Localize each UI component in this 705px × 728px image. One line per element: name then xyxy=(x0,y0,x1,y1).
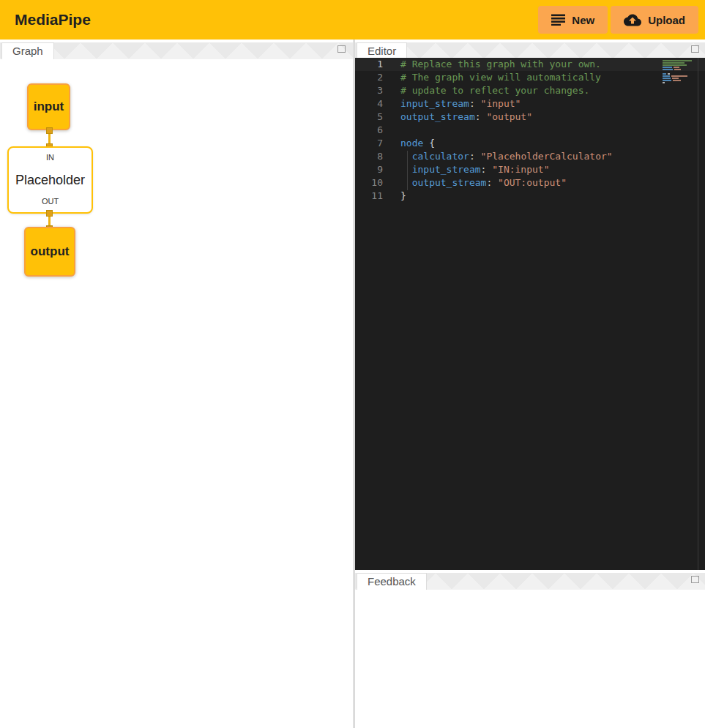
header-actions: New Upload xyxy=(538,6,698,34)
editor-line: 4input_stream: "input" xyxy=(355,97,705,110)
graph-node-input[interactable]: input xyxy=(27,83,70,130)
code-text: # update to reflect your changes. xyxy=(383,84,589,97)
graph-node-input-label: input xyxy=(34,100,64,114)
graph-node-placeholder[interactable]: IN Placeholder OUT xyxy=(7,146,93,214)
maximize-icon[interactable] xyxy=(337,45,346,53)
code-text: # The graph view will automatically xyxy=(383,71,601,84)
editor-line: 5output_stream: "output" xyxy=(355,110,705,124)
port-dot-placeholder-out xyxy=(46,210,53,217)
code-editor[interactable]: 1# Replace this graph with your own.2# T… xyxy=(355,58,705,570)
upload-button-label: Upload xyxy=(648,14,685,26)
code-text: # Replace this graph with your own. xyxy=(383,58,601,71)
placeholder-out-port-label: OUT xyxy=(9,197,92,206)
line-number: 7 xyxy=(355,137,383,150)
editor-line: 3# update to reflect your changes. xyxy=(355,84,705,97)
upload-button[interactable]: Upload xyxy=(611,6,698,34)
line-number: 3 xyxy=(355,84,383,97)
line-number: 6 xyxy=(355,124,383,137)
tab-editor[interactable]: Editor xyxy=(357,42,407,59)
right-column: Editor 1# Replace this graph with your o… xyxy=(354,40,705,728)
graph-canvas[interactable]: input IN Placeholder OUT output xyxy=(0,59,353,728)
feedback-content xyxy=(355,590,705,728)
line-number: 10 xyxy=(355,176,383,189)
editor-line: 2# The graph view will automatically xyxy=(355,71,705,84)
code-text xyxy=(383,124,400,137)
indent-guide xyxy=(407,151,408,190)
line-number: 4 xyxy=(355,97,383,110)
minimap[interactable] xyxy=(663,60,695,84)
line-number: 11 xyxy=(355,189,383,203)
app-title: MediaPipe xyxy=(15,11,91,29)
tab-feedback[interactable]: Feedback xyxy=(357,573,427,590)
code-text: input_stream: "input" xyxy=(383,97,521,110)
editor-line: 6 xyxy=(355,124,705,137)
line-number: 8 xyxy=(355,150,383,163)
app-header: MediaPipe New Upload xyxy=(0,0,705,40)
editor-line: 7node { xyxy=(355,137,705,150)
code-text: input_stream: "IN:input" xyxy=(383,163,550,176)
cloud-upload-icon xyxy=(624,13,641,26)
maximize-icon[interactable] xyxy=(691,576,699,583)
maximize-icon[interactable] xyxy=(691,45,699,53)
placeholder-in-port-label: IN xyxy=(9,153,92,162)
code-text: } xyxy=(383,189,406,203)
tab-graph[interactable]: Graph xyxy=(1,42,54,59)
code-text: output_stream: "output" xyxy=(383,110,532,124)
editor-tabbar: Editor xyxy=(355,42,705,59)
graph-node-output-label: output xyxy=(31,244,70,259)
line-number: 2 xyxy=(355,71,383,84)
line-number: 5 xyxy=(355,110,383,124)
line-number: 1 xyxy=(355,58,383,71)
new-button-label: New xyxy=(572,14,594,26)
scrollbar-ruler[interactable] xyxy=(698,58,698,570)
graph-panel: Graph input IN Placeholder OUT output xyxy=(0,40,354,728)
line-number: 9 xyxy=(355,163,383,176)
new-button[interactable]: New xyxy=(538,6,608,34)
code-text: calculator: "PlaceholderCalculator" xyxy=(383,150,613,163)
feedback-tabbar: Feedback xyxy=(355,573,705,590)
editor-line: 11} xyxy=(355,189,705,203)
editor-line: 1# Replace this graph with your own. xyxy=(355,58,705,71)
list-icon xyxy=(551,14,565,26)
graph-tabbar: Graph xyxy=(0,42,353,59)
port-dot-input-out xyxy=(46,127,53,134)
code-text: node { xyxy=(383,137,435,150)
graph-node-output[interactable]: output xyxy=(24,227,75,277)
graph-node-placeholder-label: Placeholder xyxy=(9,173,92,188)
code-text: output_stream: "OUT:output" xyxy=(383,176,567,189)
